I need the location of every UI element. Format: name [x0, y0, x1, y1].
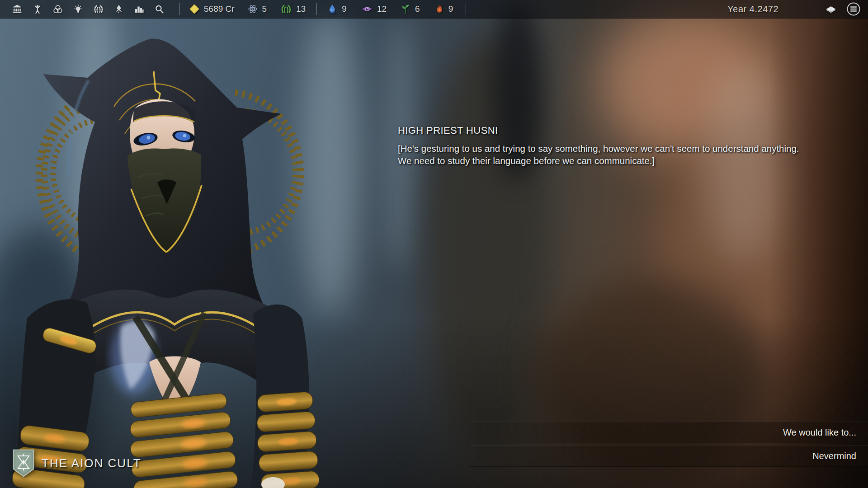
- green-laurel-icon: [280, 4, 292, 14]
- flame-icon: [434, 4, 444, 14]
- water-value: 9: [342, 4, 347, 14]
- laurels-button[interactable]: [88, 0, 108, 18]
- speaker-name: HIGH PRIEST HUSNI: [398, 125, 854, 136]
- dialog-text-line1: [He's gesturing to us and trying to say …: [398, 142, 854, 155]
- topbar-divider: [466, 3, 466, 15]
- ideas-button[interactable]: [68, 0, 88, 18]
- spade-tree-icon: [114, 5, 124, 14]
- temple-icon: [12, 5, 22, 14]
- search-icon: [155, 5, 165, 14]
- topbar-divider: [179, 3, 180, 15]
- option-nevermind[interactable]: Nevermind: [470, 445, 868, 467]
- dialog-text-line2: We need to study their language before w…: [398, 155, 854, 167]
- year-label: Year 4.2472: [727, 4, 778, 14]
- plant-sprout-icon: [400, 4, 411, 14]
- atom-value: 5: [262, 4, 267, 14]
- credits-diamond-icon: [189, 4, 200, 14]
- hamburger-menu-icon: [846, 2, 861, 16]
- option-we-would-like-to[interactable]: We would like to...: [470, 422, 868, 443]
- codex-book-icon: [825, 4, 837, 14]
- plant-value: 6: [415, 4, 420, 14]
- triquetra-icon: [53, 5, 63, 14]
- resource-plant: 6: [400, 4, 420, 14]
- top-bar: 5689 Cr 5 13 9 12: [0, 0, 868, 19]
- population-button[interactable]: [27, 0, 47, 18]
- dialog-text: [He's gesturing to us and trying to say …: [398, 142, 854, 167]
- resource-credits: 5689 Cr: [189, 4, 235, 14]
- faction-name: THE AION CULT: [42, 456, 142, 470]
- faction-plate: THE AION CULT: [13, 449, 142, 477]
- temple-button[interactable]: [7, 0, 27, 18]
- statistics-button[interactable]: [129, 0, 149, 18]
- codex-button[interactable]: [820, 0, 842, 18]
- topbar-divider: [316, 3, 317, 15]
- high-priest-portrait: [0, 0, 380, 488]
- growth-button[interactable]: [108, 0, 129, 18]
- laurel-wreath-icon: [93, 5, 104, 14]
- resource-laurel: 13: [280, 4, 306, 14]
- credits-value: 5689 Cr: [204, 4, 235, 14]
- water-drop-icon: [327, 4, 338, 14]
- belly-armor: [125, 393, 238, 488]
- atom-icon: [247, 4, 258, 14]
- population-figure-icon: [33, 5, 42, 14]
- purple-eye-icon: [361, 4, 373, 14]
- laurel-value: 13: [296, 4, 306, 14]
- main-menu-button[interactable]: [842, 0, 865, 18]
- trinity-button[interactable]: [47, 0, 68, 18]
- faction-shield-icon[interactable]: [13, 449, 34, 477]
- dialog-box: HIGH PRIEST HUSNI [He's gesturing to us …: [398, 125, 854, 167]
- lightbulb-icon: [73, 5, 83, 14]
- flame-value: 9: [448, 4, 453, 14]
- resource-water: 9: [327, 4, 347, 14]
- eye-value: 12: [377, 4, 387, 14]
- resource-eye: 12: [361, 4, 387, 14]
- resource-flame: 9: [434, 4, 453, 14]
- search-button[interactable]: [149, 0, 170, 18]
- dialog-options: We would like to... Nevermind: [470, 420, 868, 467]
- resource-atom: 5: [247, 4, 267, 14]
- bar-chart-icon: [134, 5, 144, 14]
